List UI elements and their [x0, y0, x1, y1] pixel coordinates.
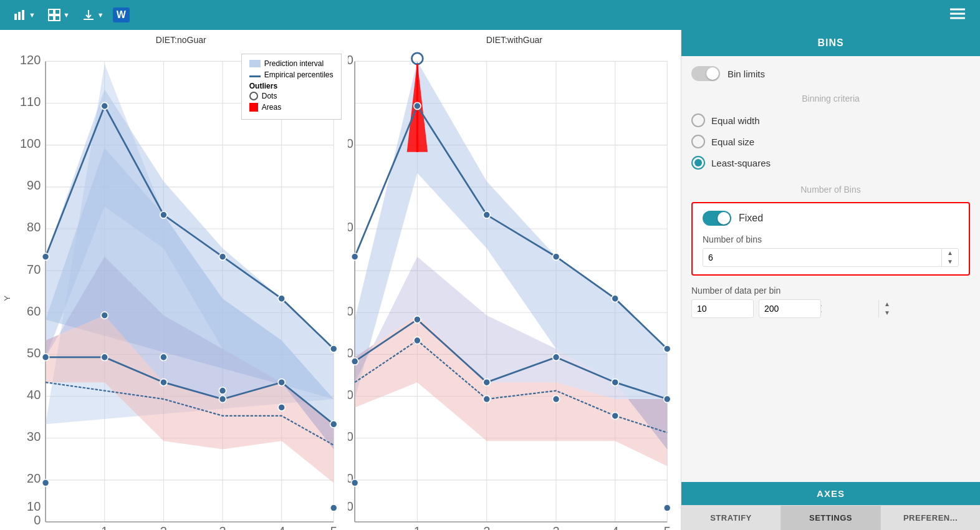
svg-text:90: 90	[27, 178, 41, 192]
svg-text:70: 70	[27, 263, 41, 276]
data-per-bin-min-row: ▲ ▼	[691, 299, 754, 318]
legend-areas-icon	[249, 103, 258, 112]
tab-preferences[interactable]: PREFEREN...	[881, 506, 980, 530]
chart-button[interactable]: ▼	[10, 6, 39, 24]
equal-size-label: Equal size	[711, 137, 754, 147]
grid-button[interactable]: ▼	[44, 6, 74, 24]
svg-point-70	[278, 404, 285, 411]
bin-limits-row: Bin limits	[691, 66, 970, 81]
svg-rect-5	[49, 16, 54, 21]
svg-text:10: 10	[27, 499, 41, 513]
tab-stratify[interactable]: STRATIFY	[681, 506, 781, 530]
bottom-tabs: STRATIFY SETTINGS PREFEREN...	[681, 505, 980, 530]
legend-dots-icon	[249, 92, 258, 100]
word-button[interactable]: W	[113, 7, 130, 22]
svg-point-126	[483, 395, 490, 402]
svg-point-127	[552, 395, 559, 402]
svg-text:100: 100	[348, 137, 353, 150]
y-axis-label: Y	[0, 35, 14, 530]
number-of-bins-increment[interactable]: ▲	[942, 249, 958, 258]
svg-text:4: 4	[278, 524, 285, 530]
svg-rect-4	[55, 9, 60, 14]
svg-point-62	[160, 379, 167, 386]
svg-point-118	[351, 358, 358, 365]
svg-text:40: 40	[27, 388, 41, 402]
svg-text:20: 20	[27, 471, 41, 485]
svg-point-67	[101, 312, 108, 319]
svg-text:2: 2	[483, 524, 490, 530]
svg-text:60: 60	[348, 304, 353, 318]
svg-point-112	[351, 253, 358, 260]
least-squares-label: Least-squares	[711, 158, 771, 168]
svg-text:100: 100	[20, 137, 41, 150]
svg-point-54	[42, 253, 49, 260]
svg-point-63	[219, 395, 226, 402]
data-per-bin-max-decrement[interactable]: ▼	[879, 309, 895, 317]
number-of-bins-input[interactable]	[703, 249, 941, 266]
svg-text:30: 30	[27, 430, 41, 443]
number-of-bins-input-row: ▲ ▼	[703, 248, 959, 267]
svg-rect-0	[14, 14, 17, 20]
svg-point-117	[663, 345, 670, 352]
svg-text:1: 1	[413, 524, 420, 530]
chart-title-right: DIET:withGuar	[348, 35, 681, 47]
data-per-bin-max-increment[interactable]: ▲	[879, 300, 895, 309]
svg-point-113	[413, 102, 420, 109]
hamburger-menu-button[interactable]	[945, 4, 970, 26]
number-of-bins-decrement[interactable]: ▼	[942, 258, 958, 266]
legend-box: Prediction interval Empirical percentile…	[241, 54, 342, 120]
svg-point-121	[552, 354, 559, 360]
data-per-bin-row: ▲ ▼ ▲ ▼	[691, 299, 970, 318]
svg-text:2: 2	[160, 524, 167, 530]
svg-point-56	[160, 211, 167, 218]
equal-width-radio-circle	[691, 113, 705, 127]
panel-header: BINS	[681, 30, 980, 56]
svg-text:4: 4	[612, 524, 618, 530]
equal-size-radio[interactable]: Equal size	[691, 135, 970, 148]
tab-settings[interactable]: SETTINGS	[781, 506, 881, 530]
svg-point-60	[42, 354, 49, 360]
svg-point-122	[612, 379, 618, 386]
binning-criteria-label: Binning criteria	[691, 94, 970, 104]
fixed-toggle[interactable]	[703, 211, 731, 226]
toolbar: ▼ ▼ ▼ W	[0, 0, 980, 30]
number-of-bins-spinners: ▲ ▼	[941, 249, 958, 266]
number-of-bins-field-label: Number of bins	[703, 234, 959, 244]
svg-text:10: 10	[348, 499, 353, 513]
svg-point-71	[330, 504, 337, 511]
svg-text:120: 120	[348, 53, 353, 67]
binning-criteria-group: Equal width Equal size Least-squares	[691, 113, 970, 170]
bin-limits-label: Bin limits	[728, 69, 765, 79]
chart-area: Y DIET:noGuar DIET:withGuar	[0, 30, 681, 530]
download-button[interactable]: ▼	[79, 6, 108, 24]
svg-text:1: 1	[101, 524, 108, 530]
legend-outliers-title: Outliers	[249, 82, 334, 90]
svg-text:30: 30	[348, 430, 353, 443]
svg-text:3: 3	[219, 524, 226, 530]
panel-content: Bin limits Binning criteria Equal width …	[681, 56, 980, 482]
svg-text:5: 5	[663, 524, 670, 530]
svg-text:60: 60	[27, 304, 41, 318]
svg-point-68	[160, 354, 167, 360]
bin-limits-toggle[interactable]	[691, 66, 720, 81]
right-panel: BINS Bin limits Binning criteria Equal w…	[681, 30, 980, 530]
svg-point-119	[413, 316, 420, 323]
least-squares-radio-circle	[691, 156, 705, 170]
chart-title-left: DIET:noGuar	[14, 35, 348, 47]
main-content: Y DIET:noGuar DIET:withGuar	[0, 30, 980, 530]
equal-size-radio-circle	[691, 135, 705, 148]
svg-text:80: 80	[348, 220, 353, 234]
svg-point-116	[612, 295, 618, 302]
legend-prediction-label: Prediction interval	[264, 59, 324, 68]
svg-point-128	[612, 412, 618, 419]
svg-rect-2	[22, 10, 24, 20]
svg-rect-6	[55, 16, 60, 21]
svg-point-59	[330, 345, 337, 352]
equal-width-radio[interactable]: Equal width	[691, 113, 970, 127]
left-chart: 120 110 100 90 80 70 60 50 40 30 20 10	[14, 47, 348, 530]
svg-point-58	[278, 295, 285, 302]
data-per-bin-max-input[interactable]	[759, 300, 878, 317]
svg-point-61	[101, 354, 108, 360]
svg-point-64	[278, 379, 285, 386]
least-squares-radio[interactable]: Least-squares	[691, 156, 970, 170]
